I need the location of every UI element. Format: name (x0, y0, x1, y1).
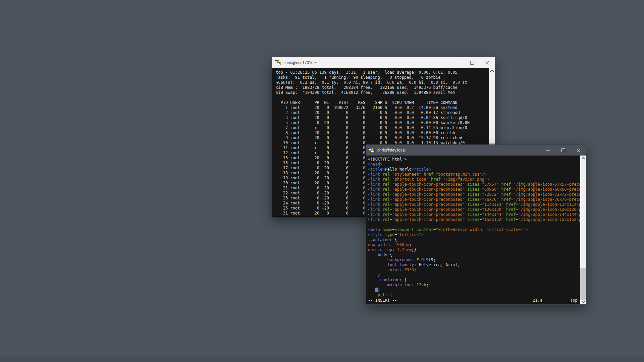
vim-scroll-position: Top (570, 298, 578, 303)
code-line: <link rel="apple-touch-icon-precomposed"… (368, 192, 580, 197)
code-line: body { (368, 252, 580, 257)
code-line: p,li { (368, 293, 580, 298)
window2-maximize-button[interactable] (556, 145, 571, 156)
code-line: <link rel="apple-touch-icon-precomposed"… (368, 207, 580, 212)
vim-mode-indicator: -- INSERT -- (368, 298, 397, 303)
code-line: .container { (368, 278, 580, 283)
maximize-icon (561, 148, 565, 152)
terminal-line: 1 root 20 0 190672 3376 2160 S 0.0 0.2 1… (276, 105, 489, 110)
window2-titlebar[interactable]: chris@dev.local (366, 145, 586, 156)
code-line: <link rel="apple-touch-icon-precomposed"… (368, 187, 580, 192)
code-line: <link rel="shortcut icon" href="/img/fav… (368, 177, 580, 182)
scrollbar-thumb[interactable] (580, 268, 586, 300)
terminal-line: 3 root 20 0 0 0 0 S 0.0 0.0 0:02.86 ksof… (276, 115, 489, 120)
scrollbar-up-button[interactable] (580, 156, 586, 161)
terminal-line: 9 root 20 0 0 0 0 S 0.0 0.0 15:17.98 rcu… (276, 135, 489, 140)
window1-title: chris@ncc1701d:~ (283, 57, 317, 68)
code-line: <style type="text/css"> (368, 232, 580, 237)
code-line: <!DOCTYPE html > (368, 157, 580, 162)
terminal-line (276, 95, 489, 100)
vim-terminal-screen[interactable]: <!DOCTYPE html ><head><title>Hello World… (366, 156, 586, 304)
code-line: background: #f9f9f9; (368, 257, 580, 262)
close-icon (485, 61, 489, 65)
chevron-down-icon (581, 299, 585, 303)
code-line: } (368, 288, 580, 293)
putty-icon (369, 147, 375, 153)
code-line: <link rel="apple-touch-icon-precomposed"… (368, 197, 580, 202)
window2-close-button[interactable] (571, 145, 586, 156)
window1-titlebar[interactable]: chris@ncc1701d:~ (272, 57, 495, 68)
window1-controls (449, 57, 495, 68)
code-line: <link rel="apple-touch-icon-precomposed"… (368, 212, 580, 217)
code-line: <link rel="apple-touch-icon-precomposed"… (368, 202, 580, 207)
window2-controls (541, 145, 586, 156)
maximize-icon (470, 61, 474, 65)
code-line: color: #333; (368, 267, 580, 273)
terminal-line: PID USER PR NI VIRT RES SHR S %CPU %MEM … (276, 100, 489, 105)
scrollbar-up-button[interactable] (489, 68, 495, 74)
window2-minimize-button[interactable] (541, 145, 556, 156)
window2-title: chris@dev.local (377, 145, 406, 156)
window1-maximize-button[interactable] (465, 57, 480, 68)
scrollbar-down-button[interactable] (580, 299, 586, 304)
terminal-line: 2 root 20 0 0 0 0 S 0.0 0.0 0:00.17 kthr… (276, 110, 489, 115)
code-line: <link rel="apple-touch-icon-precomposed"… (368, 217, 580, 222)
terminal-line: KiB Mem : 1883728 total, 208184 free, 18… (276, 85, 489, 90)
code-line: <meta name=viewport content="width=devic… (368, 227, 580, 232)
taskbar[interactable] (0, 356, 644, 362)
terminal-line: %Cpu(s): 0.2 us, 0.1 sy, 0.0 ni, 99.7 id… (276, 80, 489, 85)
terminal-line: 8 root 20 0 0 0 0 S 0.0 0.0 0:00.00 rcu_… (276, 130, 489, 135)
terminal-line: 7 root rt 0 0 0 0 S 0.0 0.0 0:14.55 migr… (276, 125, 489, 130)
terminal-line: top - 01:26:25 up 139 days, 3:11, 1 user… (276, 70, 489, 75)
putty-icon (275, 60, 281, 66)
chevron-up-icon (581, 157, 585, 161)
code-line: <head> (368, 162, 580, 167)
code-line (368, 222, 580, 227)
code-line: } (368, 273, 580, 278)
close-icon (577, 148, 580, 152)
window1-close-button[interactable] (480, 57, 495, 68)
code-line: <title>Hello World</title> (368, 167, 580, 172)
code-line: margin-top: 12vh; (368, 283, 580, 288)
code-line: <link rel="apple-touch-icon-precomposed"… (368, 182, 580, 187)
vim-status-bar: -- INSERT -- 21,4 Top (368, 298, 580, 303)
terminal-line: Tasks: 91 total, 1 running, 90 sleeping,… (276, 75, 489, 80)
window1-minimize-button[interactable] (449, 57, 465, 68)
terminal-line: KiB Swap: 4194300 total, 4168012 free, 2… (276, 90, 489, 95)
terminal-line: 5 root 0 -20 0 0 0 S 0.0 0.0 0:00.00 kwo… (276, 120, 489, 125)
vim-buffer-text: <!DOCTYPE html ><head><title>Hello World… (368, 157, 580, 298)
window2-scrollbar[interactable] (580, 156, 586, 304)
minimize-icon (455, 63, 459, 63)
chevron-up-icon (490, 69, 494, 73)
code-line: .container { (368, 237, 580, 242)
minimize-icon (546, 150, 550, 150)
code-line: max-width: 1060px; (368, 242, 580, 247)
code-line: margin-top: 1.25em;} (368, 247, 580, 252)
putty-window-vim: chris@dev.local <!DOCTYPE html ><head><t… (366, 144, 586, 305)
code-line: font-family: Helvetica, Arial, (368, 262, 580, 267)
vim-cursor-position: 21,4 (533, 298, 542, 303)
code-line: <link rel="stylesheet" href="bootstrap.m… (368, 172, 580, 177)
vim-cursor (375, 288, 378, 292)
